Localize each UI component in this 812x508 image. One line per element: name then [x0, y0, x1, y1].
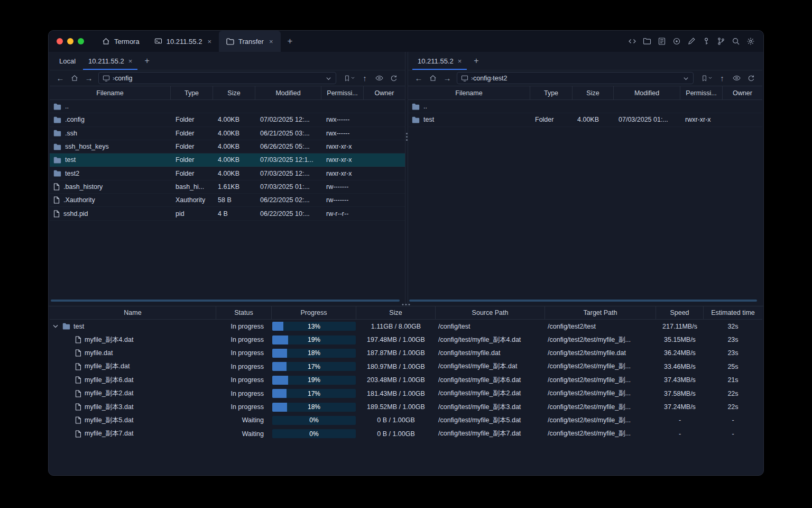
path-bar[interactable]: ›config — [98, 72, 336, 84]
transfer-row[interactable]: myfile_副本7.dat Waiting 0% 0 B / 1.00GB /… — [50, 427, 762, 440]
file-row[interactable]: .bash_history bash_hi... 1.61KB 07/03/20… — [50, 180, 405, 194]
file-row[interactable]: test Folder 4.00KB 07/03/2025 12:1... rw… — [50, 153, 405, 167]
transfer-row[interactable]: myfile_副本.dat In progress 17% 180.97MB /… — [50, 360, 762, 373]
column-header[interactable]: Size — [356, 306, 436, 319]
transfer-row[interactable]: myfile_副本6.dat In progress 19% 203.48MB … — [50, 374, 762, 387]
file-row[interactable]: test2 Folder 4.00KB 07/03/2025 12:... rw… — [50, 167, 405, 180]
left-panel-tabs: Local 10.211.55.2 × + — [50, 52, 405, 70]
column-header[interactable]: Size — [213, 86, 255, 99]
app-tab-termora[interactable]: Termora — [95, 31, 147, 52]
panel-tab-host[interactable]: 10.211.55.2 × — [411, 52, 468, 70]
column-header[interactable]: Name — [50, 306, 216, 319]
code-icon[interactable] — [628, 37, 636, 46]
file-row[interactable]: .config Folder 4.00KB 07/02/2025 12:... … — [50, 113, 405, 126]
back-button[interactable]: ← — [54, 74, 67, 83]
transfer-row[interactable]: myfile.dat In progress 18% 187.87MB / 1.… — [50, 347, 762, 360]
chevron-down-icon[interactable] — [325, 75, 332, 81]
bookmark-button[interactable] — [698, 75, 715, 82]
branch-icon[interactable] — [716, 37, 725, 46]
app-tab-host[interactable]: 10.211.55.2 × — [147, 31, 219, 52]
close-tab-icon[interactable]: × — [128, 57, 133, 65]
column-header[interactable]: Owner — [364, 86, 405, 99]
new-panel-tab-button[interactable]: + — [139, 52, 155, 70]
window-controls — [49, 31, 95, 52]
maximize-window-button[interactable] — [78, 38, 84, 44]
column-header[interactable]: Source Path — [436, 306, 545, 319]
edit-icon[interactable] — [687, 37, 696, 46]
minimize-window-button[interactable] — [67, 38, 73, 44]
key-icon[interactable] — [702, 37, 710, 46]
show-hidden-button[interactable] — [730, 75, 743, 81]
upload-button[interactable]: ↑ — [358, 74, 371, 83]
transfer-row[interactable]: myfile_副本5.dat Waiting 0% 0 B / 1.00GB /… — [50, 414, 762, 427]
column-header[interactable]: Modified — [255, 86, 321, 99]
column-header[interactable]: Owner — [723, 86, 762, 99]
transfer-row[interactable]: myfile_副本3.dat In progress 18% 189.52MB … — [50, 400, 762, 413]
file-row[interactable]: ssh_host_keys Folder 4.00KB 06/26/2025 0… — [50, 140, 405, 153]
show-hidden-button[interactable] — [372, 75, 386, 81]
column-header[interactable]: Status — [216, 306, 272, 319]
upload-button[interactable]: ↑ — [716, 74, 728, 83]
refresh-button[interactable] — [387, 75, 401, 82]
chevron-down-icon[interactable] — [52, 324, 59, 328]
folder-icon[interactable] — [642, 37, 651, 46]
column-header[interactable]: Estimated time — [704, 306, 762, 319]
file-modified: 07/03/2025 01:... — [255, 183, 321, 190]
transfer-table-header: NameStatusProgressSizeSource PathTarget … — [50, 306, 762, 320]
close-tab-icon[interactable]: × — [207, 38, 211, 46]
search-icon[interactable] — [731, 37, 740, 46]
forward-button[interactable]: → — [441, 74, 454, 83]
path-segment[interactable]: test2 — [493, 75, 507, 82]
folder-icon — [412, 103, 420, 110]
bookmark-button[interactable] — [340, 75, 357, 82]
file-row[interactable]: sshd.pid pid 4 B 06/22/2025 10:... rw-r-… — [50, 207, 405, 220]
column-header[interactable]: Size — [573, 86, 614, 99]
column-header[interactable]: Progress — [272, 306, 356, 319]
log-icon[interactable] — [657, 37, 666, 46]
transfer-name: myfile.dat — [85, 349, 113, 357]
right-panel-tabs: 10.211.55.2 × + — [408, 52, 762, 70]
forward-button[interactable]: → — [82, 74, 95, 83]
horizontal-scrollbar[interactable] — [51, 300, 400, 302]
home-button[interactable] — [68, 75, 81, 81]
file-row[interactable]: .. — [408, 100, 762, 113]
path-segment[interactable]: config — [115, 75, 132, 82]
file-row[interactable]: .ssh Folder 4.00KB 06/21/2025 03:... rwx… — [50, 127, 405, 140]
column-header[interactable]: Type — [171, 86, 213, 99]
transfer-row[interactable]: myfile_副本4.dat In progress 19% 197.48MB … — [50, 333, 762, 346]
close-tab-icon[interactable]: × — [269, 38, 273, 46]
home-button[interactable] — [426, 75, 440, 81]
file-size: 4.00KB — [213, 130, 255, 137]
path-segment[interactable]: config — [473, 75, 491, 82]
panel-tab-local[interactable]: Local — [53, 52, 82, 70]
close-window-button[interactable] — [57, 38, 63, 44]
refresh-button[interactable] — [744, 75, 758, 82]
column-header[interactable]: Filename — [408, 86, 530, 99]
column-header[interactable]: Speed — [656, 306, 704, 319]
column-header[interactable]: Permissi... — [680, 86, 723, 99]
app-tab-transfer[interactable]: Transfer × — [219, 31, 281, 52]
file-row[interactable]: .. — [50, 100, 405, 113]
chevron-down-icon[interactable] — [682, 75, 689, 81]
path-bar[interactable]: ›config›test2 — [457, 72, 694, 84]
record-icon[interactable] — [672, 37, 681, 46]
horizontal-scrollbar[interactable] — [409, 300, 757, 302]
column-header[interactable]: Type — [530, 86, 573, 99]
panel-tab-host[interactable]: 10.211.55.2 × — [82, 52, 139, 70]
new-panel-tab-button[interactable]: + — [468, 52, 484, 70]
column-header[interactable]: Permissi... — [321, 86, 364, 99]
column-header[interactable]: Target Path — [545, 306, 656, 319]
source-path: /config/test/myfile_副本2.dat — [436, 389, 545, 398]
file-row[interactable]: .Xauthority Xauthority 58 B 06/22/2025 0… — [50, 194, 405, 207]
transfer-row[interactable]: test In progress 13% 1.11GB / 8.00GB /co… — [50, 320, 762, 333]
transfer-row[interactable]: myfile_副本2.dat In progress 17% 181.43MB … — [50, 387, 762, 400]
back-button[interactable]: ← — [412, 74, 425, 83]
new-app-tab-button[interactable]: + — [281, 31, 300, 52]
file-row[interactable]: test Folder 4.00KB 07/03/2025 01:... rwx… — [408, 113, 762, 126]
column-header[interactable]: Modified — [614, 86, 680, 99]
file-size: 58 B — [213, 196, 255, 204]
column-header[interactable]: Filename — [50, 86, 171, 99]
close-tab-icon[interactable]: × — [458, 57, 462, 65]
splitter-handle-icon[interactable] — [405, 304, 407, 305]
settings-icon[interactable] — [746, 37, 755, 46]
